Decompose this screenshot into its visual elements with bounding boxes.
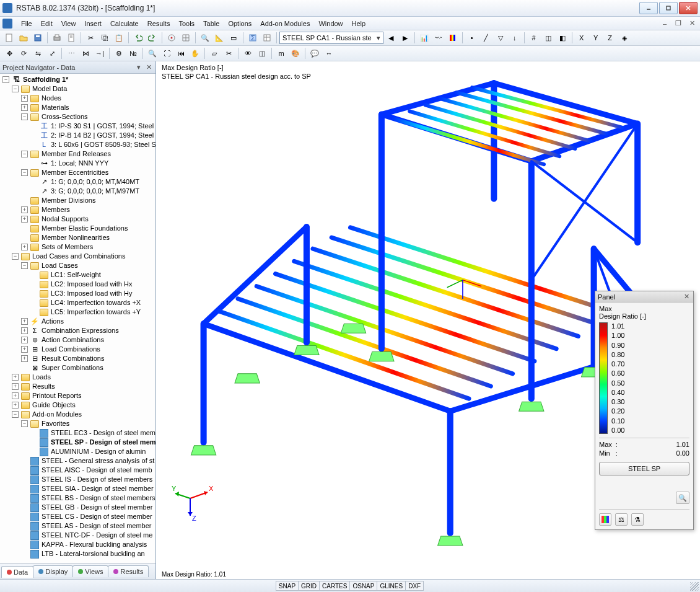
tree-item[interactable]: LTB - Lateral-torsional buckling an <box>40 549 145 559</box>
status-osnap[interactable]: OSNAP <box>349 581 377 591</box>
copy-icon[interactable]: ⿻ <box>98 31 112 45</box>
tree-materials[interactable]: Materials <box>40 103 69 112</box>
tree-results[interactable]: Results <box>31 382 55 391</box>
status-cartes[interactable]: CARTES <box>319 581 350 591</box>
member-icon[interactable]: ╱ <box>479 31 493 45</box>
isometric-icon[interactable]: ◈ <box>618 31 631 45</box>
transparency-icon[interactable]: ◧ <box>556 31 569 45</box>
tree-item[interactable]: STEEL SP - Design of steel mem <box>50 438 155 447</box>
menu-table[interactable]: Table <box>199 19 223 29</box>
next-case-icon[interactable]: ▶ <box>398 31 412 45</box>
view-x-icon[interactable]: X <box>575 31 588 45</box>
partial-view-icon[interactable]: ◫ <box>255 46 269 60</box>
comment-icon[interactable]: 💬 <box>308 46 322 60</box>
menu-edit[interactable]: Edit <box>37 19 56 29</box>
tree-members[interactable]: Members <box>40 205 70 214</box>
move-icon[interactable]: ✥ <box>2 46 16 60</box>
zoom-window-icon[interactable]: 🔍 <box>146 46 159 60</box>
steel-sp-button[interactable]: STEEL SP <box>599 462 689 475</box>
mirror-icon[interactable]: ⇋ <box>31 46 45 60</box>
clip-icon[interactable]: ✂ <box>222 46 235 60</box>
tree-item[interactable]: LC3: Imposed load with Hy <box>50 289 132 298</box>
table-icon[interactable] <box>260 31 274 45</box>
printout-report-icon[interactable] <box>64 31 78 45</box>
pan-icon[interactable]: ✋ <box>188 46 202 60</box>
prev-case-icon[interactable]: ◀ <box>384 31 398 45</box>
tab-results[interactable]: Results <box>108 565 149 577</box>
tree-item[interactable]: ALUMINIUM - Design of alumin <box>50 447 146 456</box>
maximize-button[interactable] <box>659 2 678 14</box>
tree-item[interactable]: 1: G; 0,0,0; 0,0,0; MT,M40MT <box>50 177 139 187</box>
tree-mef[interactable]: Member Elastic Foundations <box>40 224 128 233</box>
colors-icon[interactable]: 🎨 <box>289 46 302 60</box>
tree-item[interactable]: STEEL BS - Design of steel members <box>40 493 155 503</box>
redo-icon[interactable] <box>146 31 159 45</box>
tree-item[interactable]: 1: Local; NNN YYY <box>50 159 108 168</box>
menu-tools[interactable]: Tools <box>175 19 198 29</box>
view-z-icon[interactable]: Z <box>603 31 617 45</box>
tree-supercomb[interactable]: Super Combinations <box>40 363 103 373</box>
tree-item[interactable]: 3: G; 0,0,0; 0,0,0; MT,M97MT <box>50 187 139 196</box>
dimension-icon[interactable]: ↔ <box>322 46 336 60</box>
tree-item[interactable]: STEEL CS - Design of steel member <box>40 512 152 521</box>
tab-views[interactable]: Views <box>72 565 108 577</box>
tree-member-end-releases[interactable]: Member End Releases <box>40 149 111 159</box>
tree-item[interactable]: STEEL EC3 - Design of steel mem <box>50 428 155 438</box>
find-icon[interactable]: 🔍 <box>198 31 212 45</box>
numbering-icon[interactable]: # <box>527 31 541 45</box>
generate-icon[interactable]: ⚙ <box>112 46 126 60</box>
tree-item[interactable]: STEEL SIA - Design of steel member <box>40 484 154 493</box>
status-grid[interactable]: GRID <box>298 581 320 591</box>
status-snap[interactable]: SNAP <box>276 581 299 591</box>
tree-nodal-supports[interactable]: Nodal Supports <box>40 214 89 224</box>
view-y-icon[interactable]: Y <box>589 31 603 45</box>
tree-mnl[interactable]: Member Nonlinearities <box>40 233 110 242</box>
results-toggle-icon[interactable]: 📊 <box>418 31 431 45</box>
snap-icon[interactable] <box>165 31 178 45</box>
menu-help[interactable]: Help <box>348 19 370 29</box>
menu-view[interactable]: View <box>58 19 80 29</box>
model-viewport[interactable]: Max Design Ratio [-] STEEL SP CA1 - Russ… <box>156 61 700 579</box>
undo-icon[interactable] <box>131 31 145 45</box>
status-glines[interactable]: GLINES <box>377 581 406 591</box>
tree-nodes[interactable]: Nodes <box>40 94 61 103</box>
visibility-icon[interactable]: 👁 <box>241 46 255 60</box>
navigator-dropdown-icon[interactable]: ▾ <box>134 63 143 72</box>
rotate-icon[interactable]: ⟳ <box>17 46 30 60</box>
print-icon[interactable] <box>50 31 64 45</box>
tab-display[interactable]: Display <box>33 565 73 577</box>
panel-tab-factors-icon[interactable]: ⚖ <box>615 513 628 526</box>
menu-calculate[interactable]: Calculate <box>107 19 142 29</box>
panel-tab-filter-icon[interactable]: ⚗ <box>631 513 644 526</box>
new-icon[interactable] <box>2 31 16 45</box>
status-dxf[interactable]: DXF <box>405 581 424 591</box>
tree-cross-sections[interactable]: Cross-Sections <box>40 112 88 121</box>
render-icon[interactable]: ◫ <box>541 31 555 45</box>
tree-combexpr[interactable]: Combination Expressions <box>40 326 119 335</box>
tree-resultcomb[interactable]: Result Combinations <box>40 354 105 363</box>
menu-options[interactable]: Options <box>224 19 255 29</box>
root-node[interactable]: Scaffolding 1* <box>22 75 68 84</box>
close-button[interactable] <box>679 2 698 14</box>
minimize-button[interactable] <box>639 2 658 14</box>
zoom-prev-icon[interactable]: ⏮ <box>174 46 188 60</box>
deformation-icon[interactable]: 〰 <box>432 31 445 45</box>
load-icon[interactable]: ↓ <box>508 31 522 45</box>
navigator-close-icon[interactable]: ✕ <box>144 63 153 72</box>
tree-favorites[interactable]: Favorites <box>40 419 69 428</box>
tree-item[interactable]: STEEL GB - Design of steel member <box>40 503 152 512</box>
tree-addon[interactable]: Add-on Modules <box>31 410 82 419</box>
tree-model-data[interactable]: Model Data <box>31 84 67 94</box>
panel-tab-colors-icon[interactable] <box>599 513 611 526</box>
tree-sets[interactable]: Sets of Members <box>40 242 93 252</box>
tree-item[interactable]: 3: L 60x6 | GOST 8509-93; Steel S <box>50 140 155 149</box>
menu-results[interactable]: Results <box>144 19 174 29</box>
tree-item[interactable]: STEEL IS - Design of steel members <box>40 475 152 484</box>
menu-window[interactable]: Window <box>315 19 346 29</box>
open-icon[interactable] <box>17 31 30 45</box>
tree-load-cases[interactable]: Load Cases <box>40 261 78 270</box>
panel-close-icon[interactable]: ✕ <box>682 293 691 301</box>
menu-insert[interactable]: Insert <box>81 19 105 29</box>
mdi-minimize-button[interactable]: – <box>659 19 670 28</box>
zoom-all-icon[interactable]: ⛶ <box>160 46 173 60</box>
